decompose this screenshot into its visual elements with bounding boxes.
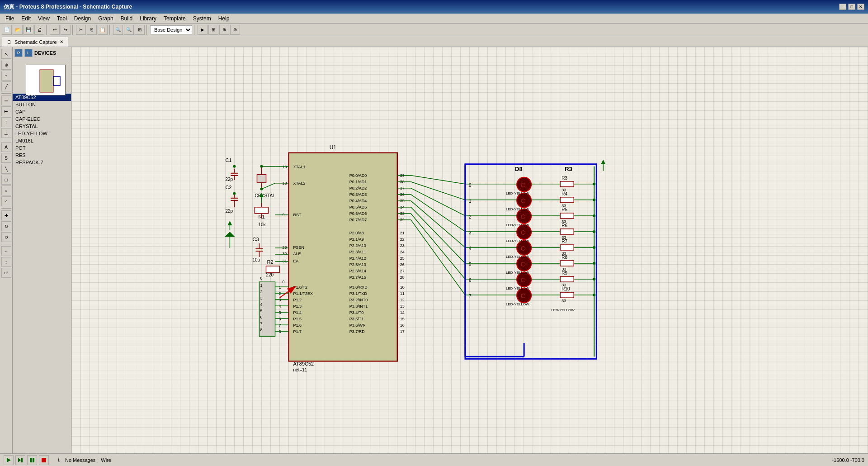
stop-button[interactable] [39,455,49,465]
menu-design[interactable]: Design [71,14,94,23]
svg-text:P0.1/AD1: P0.1/AD1 [349,180,367,184]
sep4 [146,25,148,35]
svg-rect-198 [560,213,574,219]
app-title: 仿真 - Proteus 8 Professional - Schematic … [4,3,132,11]
junction-tool[interactable]: + [1,71,11,81]
svg-text:LED-YELLOW: LED-YELLOW [506,239,529,243]
toolbar: 📄 📂 💾 🖨 ↩ ↪ ✂ ⎘ 📋 🔍 🔍 ⊞ Base Design ▶ ⊞ … [0,24,868,36]
svg-text:P1.2: P1.2 [293,298,302,302]
svg-text:EA: EA [293,259,299,263]
menu-build[interactable]: Build [117,14,137,23]
svg-text:R10: R10 [561,286,570,291]
sidebar-l-btn[interactable]: L [24,49,33,57]
rect-tool[interactable]: □ [1,175,11,185]
comp-res[interactable]: RES [13,152,71,159]
component-tool[interactable]: ⊕ [1,60,11,70]
copy-btn[interactable]: ⎘ [87,25,97,35]
menu-tool[interactable]: Tool [53,14,71,23]
close-button[interactable]: ✕ [857,4,864,10]
comp-pot[interactable]: POT [13,144,71,152]
circle-tool[interactable]: ○ [1,185,11,195]
svg-text:P1.3: P1.3 [293,304,302,309]
ground-tool[interactable]: ⊥ [1,128,11,138]
maximize-button[interactable]: □ [848,4,855,10]
comp-cap[interactable]: CAP [13,108,71,115]
play-button[interactable] [4,455,14,465]
svg-text:R7: R7 [561,239,567,244]
bus-tool[interactable]: ═ [1,95,11,105]
component-list: AT89C52 BUTTON CAP CAP-ELEC CRYSTAL LED-… [13,94,71,453]
lt-sep3 [1,208,11,209]
menu-library[interactable]: Library [136,14,160,23]
open-btn[interactable]: 📂 [13,25,23,35]
script-tool[interactable]: S [1,153,11,163]
rotate-ccw-tool[interactable]: ↺ [1,232,11,242]
comp-lm016l[interactable]: LM016L [13,137,71,144]
text-tool[interactable]: A [1,142,11,152]
line-tool[interactable]: ╲ [1,164,11,174]
svg-text:P1.6: P1.6 [293,323,302,328]
redo-btn[interactable]: ↪ [61,25,71,35]
origin-btn[interactable]: ⊕ [219,25,229,35]
grid-btn[interactable]: ⊞ [208,25,218,35]
comp-button[interactable]: BUTTON [13,101,71,108]
menu-system[interactable]: System [189,14,215,23]
svg-text:XTAL1: XTAL1 [293,165,306,169]
new-btn[interactable]: 📄 [2,25,12,35]
left-toolbar: ↖ ⊕ + ╱ ═ ⊢ ↑ ⊥ A S ╲ □ ○ ◜ ✚ ↻ ↺ ↔ ↕ 0° [0,47,13,453]
svg-text:P3.7/RD: P3.7/RD [349,329,365,334]
svg-text:R8: R8 [561,255,567,260]
zoom-all-btn[interactable]: ⊞ [135,25,145,35]
svg-text:P2.2/A10: P2.2/A10 [349,243,366,248]
flip-v-tool[interactable]: ↕ [1,257,11,267]
menu-help[interactable]: Help [215,14,233,23]
svg-text:P3.0/RXD: P3.0/RXD [349,285,368,290]
pause-button[interactable] [27,455,37,465]
tab-close-btn[interactable]: ✕ [60,39,63,44]
svg-text:10k: 10k [258,222,266,227]
svg-text:19: 19 [283,165,287,169]
svg-text:R3: R3 [561,176,567,181]
zoom-out-btn[interactable]: 🔍 [124,25,134,35]
power-tool[interactable]: ↑ [1,117,11,127]
wire-tool[interactable]: ╱ [1,81,11,91]
run-sim-btn[interactable]: ▶ [198,25,208,35]
svg-text:2: 2 [469,214,472,219]
menu-edit[interactable]: Edit [18,14,34,23]
sidebar-p-btn[interactable]: P [14,49,23,57]
undo-btn[interactable]: ↩ [50,25,60,35]
svg-text:ALE: ALE [293,252,301,256]
schematic-tab[interactable]: 🗒 Schematic Capture ✕ [2,37,68,47]
comp-crystal[interactable]: CRYSTAL [13,123,71,130]
canvas-area[interactable]: U1 AT89C52 nét=11 P0.0/AD0 P0.1/AD1 P0.2… [71,47,868,453]
menu-file[interactable]: File [2,14,18,23]
arc-tool[interactable]: ◜ [1,196,11,206]
paste-btn[interactable]: 📋 [98,25,108,35]
cut-btn[interactable]: ✂ [76,25,86,35]
svg-text:10: 10 [400,285,405,290]
comp-cap-elec[interactable]: CAP-ELEC [13,115,71,123]
svg-text:27: 27 [400,269,405,273]
sep1 [46,25,48,35]
step-button[interactable] [15,455,25,465]
comp-respack-7[interactable]: RESPACK-7 [13,159,71,166]
menu-graph[interactable]: Graph [94,14,117,23]
print-btn[interactable]: 🖨 [34,25,44,35]
svg-text:17: 17 [400,329,405,334]
rotate-cw-tool[interactable]: ↻ [1,221,11,231]
save-btn[interactable]: 💾 [24,25,33,35]
design-selector[interactable]: Base Design [150,25,192,34]
menu-view[interactable]: View [34,14,53,23]
zoom-in-btn[interactable]: 🔍 [113,25,123,35]
minimize-button[interactable]: ─ [839,4,846,10]
svg-text:28: 28 [400,275,405,280]
marker-tool[interactable]: ✚ [1,210,11,220]
select-tool[interactable]: ↖ [1,49,11,59]
svg-text:⬡: ⬡ [521,229,525,236]
flip-h-tool[interactable]: ↔ [1,246,11,256]
comp-led-yellow[interactable]: LED-YELLOW [13,130,71,137]
menu-template[interactable]: Template [160,14,189,23]
snap-btn[interactable]: ⊛ [230,25,240,35]
pin-tool[interactable]: ⊢ [1,106,11,116]
svg-text:16: 16 [400,323,405,328]
